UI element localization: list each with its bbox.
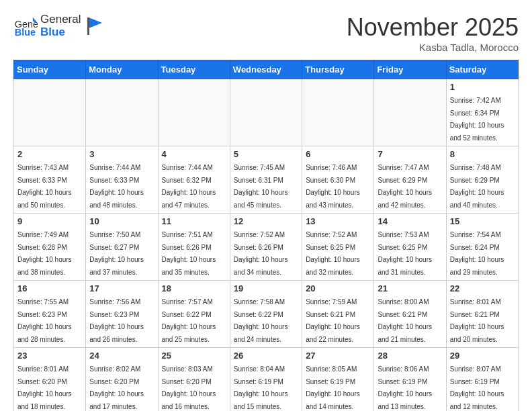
location-subtitle: Kasba Tadla, Morocco [347, 42, 519, 53]
day-29: 29 Sunrise: 8:07 AMSunset: 6:19 PMDaylig… [446, 348, 518, 412]
header-saturday: Saturday [446, 60, 518, 79]
logo: General Blue General Blue [13, 13, 103, 38]
empty-cell [158, 79, 230, 146]
day-24: 24 Sunrise: 8:02 AMSunset: 6:20 PMDaylig… [86, 348, 158, 412]
empty-cell [14, 79, 86, 146]
logo-icon: General Blue [13, 14, 38, 38]
day-17: 17 Sunrise: 7:56 AMSunset: 6:23 PMDaylig… [86, 281, 158, 348]
day-14: 14 Sunrise: 7:53 AMSunset: 6:25 PMDaylig… [374, 214, 446, 281]
day-6: 6 Sunrise: 7:46 AMSunset: 6:30 PMDayligh… [302, 146, 374, 214]
weekday-header-row: Sunday Monday Tuesday Wednesday Thursday… [14, 60, 519, 79]
day-13: 13 Sunrise: 7:52 AMSunset: 6:25 PMDaylig… [302, 214, 374, 281]
day-3: 3 Sunrise: 7:44 AMSunset: 6:33 PMDayligh… [86, 146, 158, 214]
day-1: 1 Sunrise: 7:42 AMSunset: 6:34 PMDayligh… [446, 79, 518, 146]
header-wednesday: Wednesday [230, 60, 302, 79]
header-monday: Monday [86, 60, 158, 79]
day-4: 4 Sunrise: 7:44 AMSunset: 6:32 PMDayligh… [158, 146, 230, 214]
day-2: 2 Sunrise: 7:43 AMSunset: 6:33 PMDayligh… [14, 146, 86, 214]
day-18: 18 Sunrise: 7:57 AMSunset: 6:22 PMDaylig… [158, 281, 230, 348]
empty-cell [230, 79, 302, 146]
logo-general: General [40, 13, 81, 26]
day-23: 23 Sunrise: 8:01 AMSunset: 6:20 PMDaylig… [14, 348, 86, 412]
header-friday: Friday [374, 60, 446, 79]
calendar-row-2: 2 Sunrise: 7:43 AMSunset: 6:33 PMDayligh… [14, 146, 519, 214]
day-12: 12 Sunrise: 7:52 AMSunset: 6:26 PMDaylig… [230, 214, 302, 281]
day-22: 22 Sunrise: 8:01 AMSunset: 6:21 PMDaylig… [446, 281, 518, 348]
day-27: 27 Sunrise: 8:05 AMSunset: 6:19 PMDaylig… [302, 348, 374, 412]
page-header: General Blue General Blue November 2025 … [13, 13, 519, 53]
day-5: 5 Sunrise: 7:45 AMSunset: 6:31 PMDayligh… [230, 146, 302, 214]
header-thursday: Thursday [302, 60, 374, 79]
day-20: 20 Sunrise: 7:59 AMSunset: 6:21 PMDaylig… [302, 281, 374, 348]
day-7: 7 Sunrise: 7:47 AMSunset: 6:29 PMDayligh… [374, 146, 446, 214]
calendar-row-5: 23 Sunrise: 8:01 AMSunset: 6:20 PMDaylig… [14, 348, 519, 412]
calendar-row-1: 1 Sunrise: 7:42 AMSunset: 6:34 PMDayligh… [14, 79, 519, 146]
empty-cell [86, 79, 158, 146]
day-8: 8 Sunrise: 7:48 AMSunset: 6:29 PMDayligh… [446, 146, 518, 214]
day-16: 16 Sunrise: 7:55 AMSunset: 6:23 PMDaylig… [14, 281, 86, 348]
header-sunday: Sunday [14, 60, 86, 79]
day-21: 21 Sunrise: 8:00 AMSunset: 6:21 PMDaylig… [374, 281, 446, 348]
title-block: November 2025 Kasba Tadla, Morocco [347, 13, 519, 53]
calendar-table: Sunday Monday Tuesday Wednesday Thursday… [13, 60, 519, 411]
svg-text:Blue: Blue [15, 27, 36, 38]
day-26: 26 Sunrise: 8:04 AMSunset: 6:19 PMDaylig… [230, 348, 302, 412]
empty-cell [374, 79, 446, 146]
day-19: 19 Sunrise: 7:58 AMSunset: 6:22 PMDaylig… [230, 281, 302, 348]
calendar-row-4: 16 Sunrise: 7:55 AMSunset: 6:23 PMDaylig… [14, 281, 519, 348]
svg-rect-4 [87, 17, 89, 35]
empty-cell [302, 79, 374, 146]
logo-blue: Blue [40, 26, 81, 39]
logo-flag-icon [83, 16, 103, 36]
day-15: 15 Sunrise: 7:54 AMSunset: 6:24 PMDaylig… [446, 214, 518, 281]
day-9: 9 Sunrise: 7:49 AMSunset: 6:28 PMDayligh… [14, 214, 86, 281]
svg-marker-3 [89, 17, 102, 28]
month-title: November 2025 [347, 13, 519, 42]
day-11: 11 Sunrise: 7:51 AMSunset: 6:26 PMDaylig… [158, 214, 230, 281]
header-tuesday: Tuesday [158, 60, 230, 79]
day-25: 25 Sunrise: 8:03 AMSunset: 6:20 PMDaylig… [158, 348, 230, 412]
day-28: 28 Sunrise: 8:06 AMSunset: 6:19 PMDaylig… [374, 348, 446, 412]
calendar-row-3: 9 Sunrise: 7:49 AMSunset: 6:28 PMDayligh… [14, 214, 519, 281]
day-10: 10 Sunrise: 7:50 AMSunset: 6:27 PMDaylig… [86, 214, 158, 281]
